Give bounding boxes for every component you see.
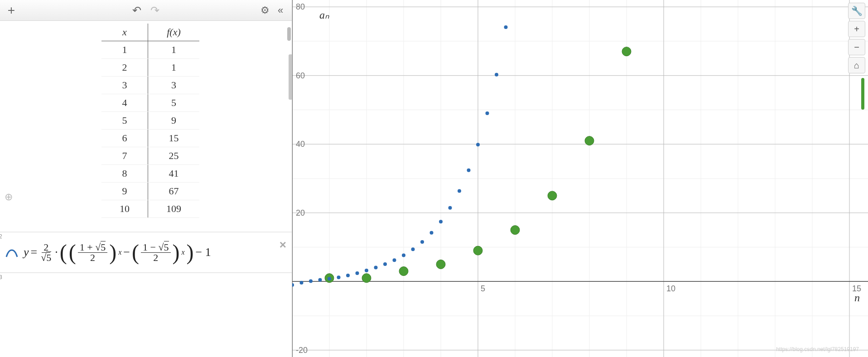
table-row[interactable]: 11 [101, 41, 199, 59]
svg-text:20: 20 [296, 208, 305, 217]
mini-scrollbar[interactable] [861, 78, 864, 110]
expression-panel: + ↶ ↷ ⚙ « x f(x) 11213345596157258419671… [0, 0, 292, 357]
curve-color-icon[interactable] [5, 245, 19, 260]
graph-settings-button[interactable]: 🔧 [848, 3, 865, 19]
svg-point-51 [399, 267, 408, 276]
cell-y: 15 [148, 130, 200, 147]
zoom-out-button[interactable]: − [848, 39, 865, 55]
cell-y: 109 [148, 200, 200, 218]
cell-x: 9 [101, 183, 148, 200]
expression-list[interactable]: x f(x) 112133455961572584196710109 ⊕ 2 y… [0, 21, 292, 357]
left-toolbar: + ↶ ↷ ⚙ « [0, 0, 292, 21]
table-row[interactable]: 21 [101, 59, 199, 77]
formula-display: y = 25 · ( ( 1 + 52 )x − ( 1 − 52 )x ) −… [24, 242, 211, 263]
svg-point-52 [436, 260, 445, 269]
svg-point-60 [309, 280, 313, 283]
svg-point-63 [337, 275, 341, 279]
value-table: x f(x) 112133455961572584196710109 [101, 24, 199, 218]
svg-point-66 [365, 269, 368, 272]
cell-y: 3 [148, 77, 200, 94]
cell-x: 2 [101, 59, 148, 77]
table-row[interactable]: 841 [101, 165, 199, 183]
expression-index: 2 [0, 233, 2, 240]
svg-point-81 [504, 25, 508, 29]
scrollbar-thumb[interactable] [287, 27, 291, 41]
cell-y: 1 [148, 41, 200, 59]
cell-x: 3 [101, 77, 148, 94]
cell-y: 25 [148, 147, 200, 165]
table-header-x: x [101, 24, 148, 41]
svg-text:aₙ: aₙ [319, 9, 329, 21]
cell-y: 1 [148, 59, 200, 77]
svg-text:40: 40 [296, 140, 305, 149]
redo-button[interactable]: ↷ [147, 3, 163, 18]
svg-point-72 [420, 240, 424, 244]
svg-point-70 [402, 253, 405, 257]
svg-point-73 [430, 231, 434, 235]
cell-x: 10 [101, 200, 148, 218]
svg-point-67 [374, 265, 378, 269]
collapse-panel-button[interactable]: « [273, 3, 288, 18]
svg-point-53 [473, 246, 482, 255]
svg-text:60: 60 [296, 71, 305, 80]
svg-point-80 [495, 73, 498, 77]
svg-point-54 [511, 226, 520, 235]
cell-x: 1 [101, 41, 148, 59]
svg-text:10: 10 [666, 284, 675, 293]
cell-x: 7 [101, 147, 148, 165]
svg-point-62 [328, 277, 331, 280]
table-row[interactable]: 725 [101, 147, 199, 165]
home-button[interactable]: ⌂ [848, 57, 865, 73]
add-expression-button[interactable]: + [4, 3, 19, 18]
svg-point-56 [585, 136, 594, 145]
delete-expression-button[interactable]: × [280, 238, 286, 252]
cell-x: 5 [101, 112, 148, 130]
svg-text:80: 80 [296, 2, 305, 11]
graph-canvas[interactable]: 5101580604020-20aₙn [292, 0, 868, 357]
zoom-fit-icon[interactable]: ⊕ [5, 191, 13, 203]
cell-y: 67 [148, 183, 200, 200]
settings-button[interactable]: ⚙ [257, 3, 273, 18]
svg-point-69 [393, 258, 396, 262]
svg-point-58 [292, 283, 294, 287]
watermark-text: https://blog.csdn.net/lgl782519197 [776, 346, 859, 352]
graph-panel[interactable]: 5101580604020-20aₙn 🔧 + − ⌂ https://blog… [292, 0, 868, 357]
svg-point-75 [448, 206, 452, 210]
cell-y: 41 [148, 165, 200, 183]
svg-point-68 [383, 262, 387, 266]
table-row[interactable]: 45 [101, 94, 199, 112]
svg-point-71 [411, 247, 415, 251]
table-row[interactable]: 59 [101, 112, 199, 130]
svg-text:-20: -20 [296, 346, 308, 355]
svg-text:n: n [854, 292, 860, 304]
table-row[interactable]: 615 [101, 130, 199, 147]
svg-point-76 [458, 189, 461, 193]
svg-point-64 [346, 274, 350, 277]
formula-expression-row[interactable]: 2 y = 25 · ( ( 1 + 52 )x − ( 1 − 52 )x )… [0, 232, 292, 273]
cell-x: 6 [101, 130, 148, 147]
blank-expression-row[interactable]: 3 [0, 273, 292, 309]
table-row[interactable]: 967 [101, 183, 199, 200]
svg-point-50 [362, 274, 371, 283]
cell-x: 8 [101, 165, 148, 183]
cell-x: 4 [101, 94, 148, 112]
expression-index: 3 [0, 274, 2, 280]
svg-point-78 [476, 143, 480, 146]
svg-point-79 [486, 111, 489, 115]
table-header-y: f(x) [148, 24, 200, 41]
zoom-in-button[interactable]: + [848, 21, 865, 37]
cell-y: 9 [148, 112, 200, 130]
svg-point-77 [467, 169, 471, 172]
svg-point-59 [300, 281, 304, 285]
svg-point-61 [318, 278, 322, 282]
svg-point-74 [439, 220, 443, 223]
table-row[interactable]: 10109 [101, 200, 199, 218]
svg-point-57 [622, 47, 631, 56]
undo-button[interactable]: ↶ [129, 3, 145, 18]
svg-point-65 [356, 271, 359, 275]
table-header-row: x f(x) [101, 24, 199, 41]
table-row[interactable]: 33 [101, 77, 199, 94]
svg-text:5: 5 [481, 284, 485, 293]
cell-y: 5 [148, 94, 200, 112]
table-expression[interactable]: x f(x) 112133455961572584196710109 [0, 21, 292, 232]
